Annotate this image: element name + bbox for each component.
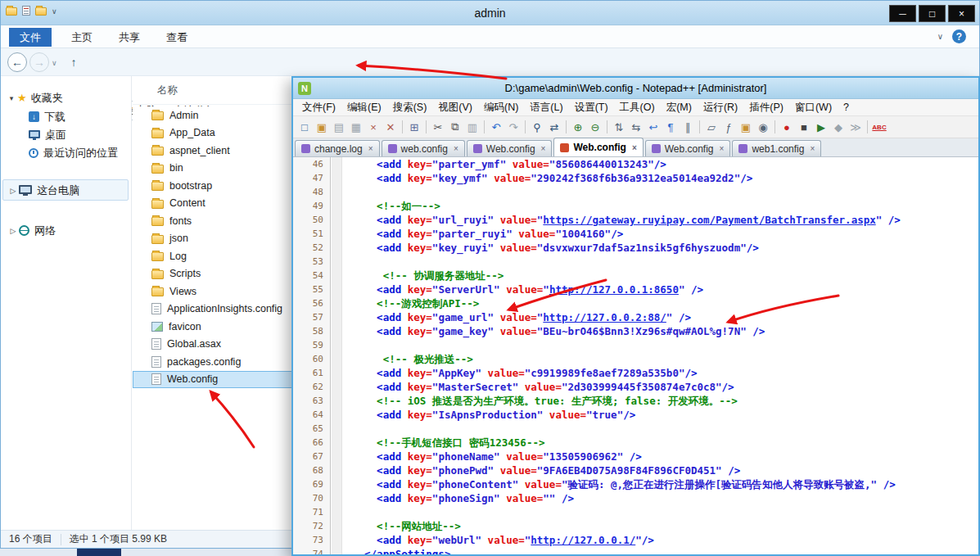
document-monitor-icon[interactable]: ◉ [755,119,771,135]
code-line[interactable]: 68 <add key="phonePwd" value="9FA6EB4D07… [293,463,978,477]
save-icon[interactable]: ▤ [331,119,347,135]
file-row[interactable]: favicon [133,318,293,336]
open-folder-icon[interactable]: ▣ [314,119,330,135]
close-all-icon[interactable]: ✕ [382,119,399,135]
stop-macro-icon[interactable]: ■ [796,119,812,135]
forward-button[interactable]: → [29,52,49,72]
code-line[interactable]: 71 [293,505,978,519]
run-macro-multiple-icon[interactable]: ≫ [847,119,864,135]
zoom-in-icon[interactable]: ⊕ [570,119,586,135]
document-tab[interactable]: Web.config× [645,140,731,156]
tab-close-icon[interactable]: × [368,144,373,153]
menu-item[interactable]: 搜索(S) [387,101,433,115]
code-line[interactable]: 54 <!-- 协调服务器地址--> [293,269,978,283]
replace-icon[interactable]: ⇄ [546,119,562,135]
document-tab[interactable]: web.config× [382,140,465,156]
sidebar-item-this-pc[interactable]: ▷ 这台电脑 [1,182,79,199]
document-tab[interactable]: change.log× [295,140,380,156]
show-all-characters-icon[interactable]: ¶ [662,119,679,135]
document-map-icon[interactable]: ▱ [703,119,720,135]
code-line[interactable]: 73 <add key="webUrl" value="http://127.0… [293,533,978,547]
code-line[interactable]: 67 <add key="phoneName" value="135059069… [293,450,978,463]
menu-item[interactable]: ? [838,102,855,113]
sidebar-item-network[interactable]: ▷ 网络 [1,222,56,239]
code-line[interactable]: 55 <add key="ServerUrl" value="http://12… [293,283,978,296]
expander-icon[interactable]: ▷ [7,187,19,195]
tab-close-icon[interactable]: × [454,144,458,153]
spell-check-icon[interactable]: ABC [871,119,887,135]
code-line[interactable]: 61 <add key="AppKey" value="c9919989fe8a… [293,366,978,380]
tab-close-icon[interactable]: × [810,144,815,153]
save-all-icon[interactable]: ▦ [348,119,364,135]
file-row[interactable]: Log [133,247,293,265]
menu-item[interactable]: 设置(T) [569,101,614,115]
record-macro-icon[interactable]: ● [779,119,795,135]
sync-vertical-icon[interactable]: ⇅ [611,119,627,135]
function-list-icon[interactable]: ƒ [720,119,737,135]
file-row[interactable]: Scripts [133,265,293,283]
ribbon-tab-file[interactable]: 文件 [9,28,52,47]
help-button[interactable]: ? [952,29,966,43]
new-file-icon[interactable]: □ [296,119,313,135]
close-icon[interactable]: × [365,119,382,135]
menu-item[interactable]: 窗口(W) [789,101,838,115]
document-tab[interactable]: Web.config× [467,140,553,156]
code-line[interactable]: 52 <add key="key_ruyi" value="dsvxwxur7d… [293,241,978,255]
code-line[interactable]: 49 <!--如一--> [293,199,978,213]
code-line[interactable]: 53 [293,255,978,269]
paste-icon[interactable]: ▥ [464,119,481,135]
file-row[interactable]: json [133,230,293,248]
code-line[interactable]: 60 <!-- 极光推送--> [293,352,978,366]
sidebar-item-downloads[interactable]: ↓ 下载 [1,108,65,125]
minimize-button[interactable]: ─ [889,5,916,22]
tab-close-icon[interactable]: × [720,144,725,153]
expander-icon[interactable]: ▾ [6,94,17,102]
expander-icon[interactable]: ▷ [7,227,19,235]
close-button[interactable]: × [948,5,975,22]
menu-item[interactable]: 编码(N) [478,101,524,115]
file-row[interactable]: Content [133,195,293,213]
code-line[interactable]: 46 <add key="parter_ymf" value="85608644… [293,157,978,171]
menu-item[interactable]: 文件(F) [296,101,341,115]
document-tab[interactable]: Web.config× [553,138,643,156]
code-line[interactable]: 56 <!--游戏控制API--> [293,296,978,310]
code-line[interactable]: 57 <add key="game_url" value="http://127… [293,310,978,324]
folder-as-workspace-icon[interactable]: ▣ [738,119,754,135]
file-row[interactable]: Web.config [133,371,293,389]
back-button[interactable]: ← [7,52,27,72]
code-line[interactable]: 69 <add key="phoneContent" value="验证码: @… [293,477,978,491]
maximize-button[interactable]: □ [919,5,946,22]
ribbon-tab[interactable]: 共享 [106,28,153,47]
code-line[interactable]: 51 <add key="parter_ruyi" value="1004160… [293,227,978,241]
file-row[interactable]: bootstrap [133,177,293,195]
code-line[interactable]: 70 <add key="phoneSign" value="" /> [293,491,978,505]
file-row[interactable]: App_Data [133,124,293,142]
file-row[interactable]: Admin [133,106,293,124]
file-row[interactable]: packages.config [133,353,293,371]
menu-item[interactable]: 语言(L) [524,101,568,115]
menu-item[interactable]: 运行(R) [698,101,743,115]
zoom-out-icon[interactable]: ⊖ [587,119,603,135]
file-row[interactable]: ApplicationInsights.config [133,301,293,319]
menu-item[interactable]: 宏(M) [661,101,698,115]
menu-item[interactable]: 工具(O) [614,101,661,115]
code-line[interactable]: 66 <!--手机短信接口 密码123456--> [293,436,978,450]
play-macro-icon[interactable]: ▶ [813,119,829,135]
code-line[interactable]: 50 <add key="url_ruyi" value="https://ga… [293,213,978,227]
code-line[interactable]: 65 [293,422,978,436]
file-row[interactable]: aspnet_client [133,142,293,160]
file-row[interactable]: bin [133,160,293,178]
file-row[interactable]: fonts [133,212,293,230]
undo-icon[interactable]: ↶ [488,119,504,135]
notepadpp-titlebar[interactable]: N D:\game\admin\Web.config - Notepad++ [… [293,78,978,99]
code-line[interactable]: 48 [293,185,978,199]
taskbar-peek[interactable] [77,549,121,556]
ribbon-tab[interactable]: 查看 [153,28,201,47]
save-macro-icon[interactable]: ◆ [830,119,847,135]
sync-horizontal-icon[interactable]: ⇆ [628,119,644,135]
code-line[interactable]: 62 <add key="MasterSecret" value="2d3039… [293,380,978,394]
menu-item[interactable]: 插件(P) [743,101,789,115]
menu-item[interactable]: 编辑(E) [341,101,387,115]
sidebar-item-desktop[interactable]: 桌面 [1,126,66,143]
code-line[interactable]: 58 <add key="game_key" value="BEu~brO46$… [293,324,978,338]
